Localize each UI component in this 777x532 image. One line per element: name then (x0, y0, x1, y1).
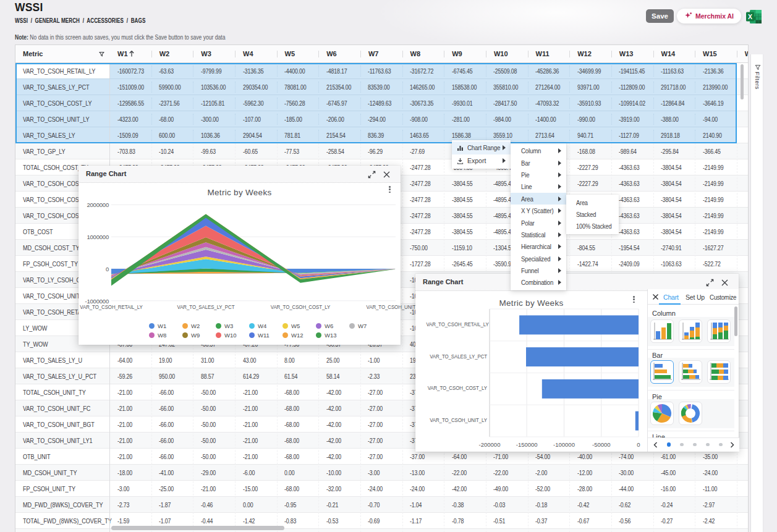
svg-text:X: X (748, 13, 752, 20)
